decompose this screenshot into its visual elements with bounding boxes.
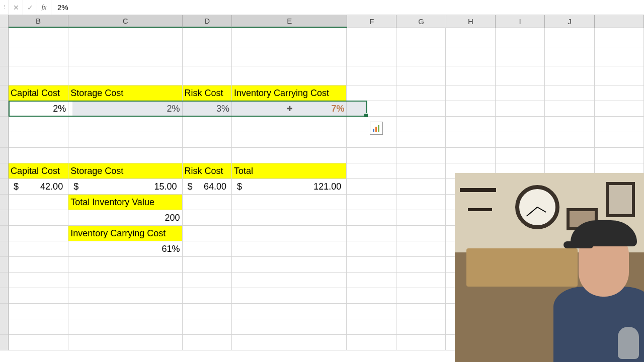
cell-inventory-carrying-cost[interactable]: 61% <box>68 241 182 257</box>
col-header-i[interactable]: I <box>496 15 545 28</box>
header2-capital-cost[interactable]: Capital Cost <box>9 163 68 179</box>
cell-risk-cost-pct[interactable]: 3% <box>183 101 232 117</box>
cancel-icon[interactable]: ✕ <box>9 0 23 15</box>
cell-inventory-carrying-cost-pct[interactable]: 7% <box>232 101 347 117</box>
col-header-d[interactable]: D <box>183 15 232 28</box>
svg-rect-1 <box>375 127 377 132</box>
header-storage-cost[interactable]: Storage Cost <box>68 85 182 101</box>
col-header-f[interactable]: F <box>347 15 396 28</box>
col-header-k[interactable] <box>595 15 644 28</box>
formula-bar-handle[interactable]: ⋮ <box>0 0 9 15</box>
col-header-e[interactable]: E <box>232 15 347 28</box>
cell-storage-cost-amt[interactable]: $15.00 <box>68 179 182 195</box>
label-inventory-carrying-cost[interactable]: Inventory Carrying Cost <box>68 226 182 241</box>
col-header-j[interactable]: J <box>545 15 594 28</box>
label-total-inventory-value[interactable]: Total Inventory Value <box>68 195 182 210</box>
formula-bar: ⋮ ✕ ✓ fx <box>0 0 644 15</box>
cell-storage-cost-pct[interactable]: 2% <box>68 101 182 117</box>
header-inventory-carrying-cost[interactable]: Inventory Carrying Cost <box>232 85 347 101</box>
header2-risk-cost[interactable]: Risk Cost <box>183 163 232 179</box>
clock-icon <box>515 185 559 229</box>
cell-capital-cost-amt[interactable]: $42.00 <box>9 179 68 195</box>
select-all-corner[interactable] <box>0 15 9 28</box>
col-header-b[interactable]: B <box>9 15 68 28</box>
formula-input[interactable] <box>51 3 644 12</box>
svg-rect-2 <box>378 125 379 132</box>
cell-total-amt[interactable]: $121.00 <box>232 179 347 195</box>
header-capital-cost[interactable]: Capital Cost <box>9 85 68 101</box>
header-risk-cost[interactable]: Risk Cost <box>183 85 232 101</box>
cell-capital-cost-pct[interactable]: 2% <box>9 101 68 117</box>
webcam-overlay <box>455 173 644 362</box>
quick-analysis-icon[interactable] <box>370 122 383 135</box>
cell-total-inventory-value[interactable]: 200 <box>68 210 182 226</box>
svg-rect-0 <box>373 129 374 132</box>
col-header-c[interactable]: C <box>68 15 183 28</box>
column-headers: B C D E F G H I J <box>0 15 644 28</box>
cell-risk-cost-amt[interactable]: $64.00 <box>183 179 232 195</box>
microphone-icon <box>618 327 639 359</box>
header2-total[interactable]: Total <box>232 163 347 179</box>
enter-icon[interactable]: ✓ <box>23 0 37 15</box>
fx-icon[interactable]: fx <box>37 0 51 15</box>
table-row: 2% 2% 3% 7% <box>0 101 644 117</box>
col-header-g[interactable]: G <box>396 15 446 28</box>
col-header-h[interactable]: H <box>446 15 496 28</box>
table-row: Capital Cost Storage Cost Risk Cost Inve… <box>0 85 644 101</box>
header2-storage-cost[interactable]: Storage Cost <box>68 163 182 179</box>
